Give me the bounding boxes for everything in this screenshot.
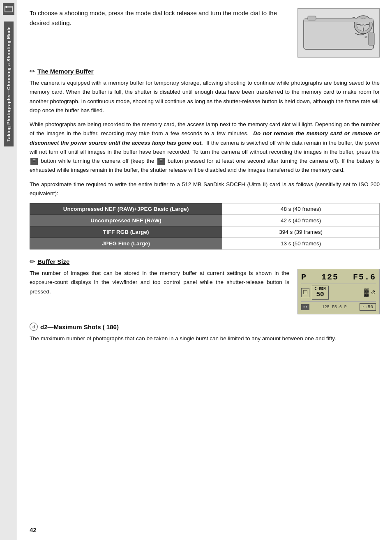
d2-heading: d d2—Maximum Shots ( 186) <box>30 323 380 331</box>
lcd-top-row: P 125 F5.6 <box>301 272 376 284</box>
buffer-size-section: The number of images that can be stored … <box>30 269 380 314</box>
lcd-display: P 125 F5.6 □ C·REM 50 ▓ ⏱ ▪▪ 125 F5.6 P <box>297 269 380 314</box>
pencil-icon-2: ✏ <box>30 258 35 265</box>
table-row: JPEG Fine (Large)13 s (50 frames) <box>30 238 380 249</box>
table-row: Uncompressed NEF (RAW)42 s (40 frames) <box>30 215 380 226</box>
lcd-fstop: F5.6 <box>353 272 376 282</box>
memory-buffer-para1: The camera is equipped with a memory buf… <box>30 78 380 115</box>
svg-rect-14 <box>369 33 374 45</box>
sidebar-tab-label: Taking Photographs—Choosing a Shooting M… <box>4 21 14 146</box>
lcd-p: P <box>301 272 307 282</box>
svg-rect-0 <box>5 6 12 12</box>
d2-text: The maximum number of photographs that c… <box>30 334 380 343</box>
buffer-table: Uncompressed NEF (RAW)+JPEG Basic (Large… <box>30 203 380 249</box>
sidebar-icon <box>3 3 14 15</box>
table-cell-left: JPEG Fine (Large) <box>30 238 222 249</box>
lcd-mid-row: □ C·REM 50 ▓ ⏱ <box>301 286 376 302</box>
lcd-mid-icon: □ <box>301 288 309 297</box>
d2-icon: d <box>30 323 38 331</box>
lcd-bottom-right: r·50 <box>360 303 376 311</box>
d2-heading-text: d2—Maximum Shots ( 186) <box>40 323 119 330</box>
lcd-bottom-left: ▪▪ <box>301 304 309 310</box>
table-cell-left: Uncompressed NEF (RAW) <box>30 215 222 226</box>
memory-buffer-heading: ✏ The Memory Buffer <box>30 67 380 75</box>
lcd-bottom-row: ▪▪ 125 F5.6 P r·50 <box>301 303 376 311</box>
camera-top-image: BKT ① ② <box>297 8 380 58</box>
intro-text: To choose a shooting mode, press the mod… <box>30 8 289 28</box>
table-cell-left: Uncompressed NEF (RAW)+JPEG Basic (Large… <box>30 203 222 215</box>
camera-svg: BKT ① ② <box>300 10 378 55</box>
d2-section: d d2—Maximum Shots ( 186) The maximum nu… <box>30 323 380 343</box>
memory-buffer-para2: While photographs are being recorded to … <box>30 120 380 175</box>
table-cell-right: 394 s (39 frames) <box>222 226 380 238</box>
page-number: 42 <box>30 526 37 533</box>
pencil-icon: ✏ <box>30 67 35 75</box>
lcd-bars-icon: ▓ <box>364 288 369 297</box>
table-cell-right: 42 s (40 frames) <box>222 215 380 226</box>
svg-rect-16 <box>308 16 316 20</box>
table-cell-left: TIFF RGB (Large) <box>30 226 222 238</box>
memory-buffer-title: The Memory Buffer <box>37 68 94 75</box>
sidebar: Taking Photographs—Choosing a Shooting M… <box>0 0 17 540</box>
svg-text:BKT: BKT <box>360 23 367 27</box>
lcd-crem-box: C·REM 50 <box>312 286 329 300</box>
table-row: Uncompressed NEF (RAW)+JPEG Basic (Large… <box>30 203 380 215</box>
table-cell-right: 13 s (50 frames) <box>222 238 380 249</box>
buffer-size-para: The number of images that can be stored … <box>30 269 289 296</box>
lcd-crem-value: 50 <box>315 291 326 298</box>
svg-text:②: ② <box>364 35 367 39</box>
main-content: To choose a shooting mode, press the mod… <box>17 0 392 540</box>
table-row: TIFF RGB (Large)394 s (39 frames) <box>30 226 380 238</box>
table-cell-right: 48 s (40 frames) <box>222 203 380 215</box>
lcd-crem-label: C·REM <box>315 287 326 291</box>
page-container: Taking Photographs—Choosing a Shooting M… <box>0 0 392 540</box>
lcd-number: 125 <box>321 272 339 282</box>
buffer-size-title: Buffer Size <box>37 258 69 265</box>
para2-end2: button while turning the camera off (kee… <box>41 158 154 164</box>
buffer-size-text: The number of images that can be stored … <box>30 269 289 296</box>
menu-icon-1: ☰ <box>30 158 38 165</box>
menu-icon-2: ☰ <box>157 158 165 165</box>
top-section: To choose a shooting mode, press the mod… <box>30 8 380 58</box>
lcd-bottom-mid: 125 F5.6 P <box>322 305 347 309</box>
lcd-timer-icon: ⏱ <box>371 290 376 296</box>
buffer-size-heading: ✏ Buffer Size <box>30 258 380 265</box>
memory-buffer-para3: The approximate time required to write t… <box>30 180 380 198</box>
